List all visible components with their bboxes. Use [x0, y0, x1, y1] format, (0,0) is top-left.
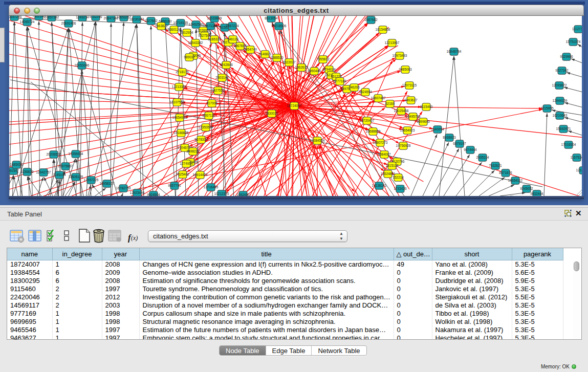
svg-text:8678334: 8678334 — [194, 138, 208, 141]
svg-text:8813054: 8813054 — [265, 16, 278, 20]
svg-text:1815112: 1815112 — [386, 164, 399, 167]
svg-text:6879197: 6879197 — [453, 142, 466, 145]
svg-text:19654983: 19654983 — [172, 116, 187, 119]
svg-text:3498222: 3498222 — [186, 149, 200, 153]
svg-text:20206516: 20206516 — [47, 152, 61, 156]
svg-text:14055724: 14055724 — [20, 20, 35, 24]
svg-text:10212375: 10212375 — [214, 192, 229, 195]
svg-text:9657791: 9657791 — [168, 184, 181, 187]
svg-text:20657382: 20657382 — [45, 16, 59, 19]
svg-text:12093872: 12093872 — [552, 83, 567, 87]
svg-text:12973115: 12973115 — [402, 83, 417, 87]
svg-text:9832444: 9832444 — [530, 192, 543, 195]
svg-text:9115460: 9115460 — [420, 105, 433, 108]
svg-text:12213967: 12213967 — [385, 41, 400, 45]
svg-text:1145194: 1145194 — [53, 173, 66, 177]
svg-text:7632621: 7632621 — [489, 164, 502, 167]
svg-text:9474444: 9474444 — [464, 148, 477, 151]
svg-text:1112733: 1112733 — [572, 27, 582, 31]
svg-text:20691406: 20691406 — [61, 21, 76, 25]
svg-text:12213369: 12213369 — [172, 85, 187, 89]
svg-text:7625402: 7625402 — [176, 172, 189, 176]
svg-text:1249234: 1249234 — [76, 16, 89, 19]
svg-text:746206: 746206 — [349, 85, 360, 89]
svg-text:15692971: 15692971 — [556, 127, 571, 130]
svg-text:1640954: 1640954 — [431, 127, 444, 131]
svg-text:9245052: 9245052 — [520, 187, 533, 190]
svg-text:8322037: 8322037 — [282, 60, 296, 64]
svg-text:10719135: 10719135 — [173, 21, 188, 25]
svg-text:17016504: 17016504 — [561, 143, 576, 146]
svg-text:10973493: 10973493 — [393, 54, 407, 57]
svg-text:8186328: 8186328 — [208, 37, 221, 41]
svg-text:8990448: 8990448 — [308, 69, 321, 73]
svg-text:6899695: 6899695 — [417, 120, 430, 123]
svg-text:152214: 152214 — [393, 176, 404, 179]
svg-text:2718176: 2718176 — [176, 70, 189, 74]
svg-text:13226058: 13226058 — [196, 29, 211, 32]
svg-text:12160392: 12160392 — [576, 168, 582, 172]
svg-text:917006: 917006 — [206, 101, 217, 105]
svg-text:9146821: 9146821 — [258, 52, 272, 56]
svg-text:17359934: 17359934 — [69, 152, 83, 156]
svg-text:8267110: 8267110 — [203, 114, 215, 117]
svg-text:8912954: 8912954 — [180, 31, 193, 34]
svg-text:16782759: 16782759 — [116, 186, 131, 190]
svg-text:18724007: 18724007 — [287, 104, 302, 107]
svg-text:16648784: 16648784 — [447, 50, 462, 53]
svg-text:13716485: 13716485 — [204, 185, 219, 189]
svg-text:9227342: 9227342 — [555, 69, 569, 72]
svg-text:9152246: 9152246 — [89, 16, 102, 18]
svg-text:12923446: 12923446 — [130, 191, 145, 194]
svg-text:9242848: 9242848 — [220, 63, 233, 67]
svg-text:2867608: 2867608 — [233, 44, 247, 48]
svg-text:10025458: 10025458 — [394, 109, 409, 113]
svg-text:12505135: 12505135 — [69, 175, 83, 179]
svg-text:1167534: 1167534 — [571, 156, 582, 159]
svg-text:(x): (x) — [131, 234, 138, 242]
svg-text:12942757: 12942757 — [36, 170, 51, 174]
svg-text:1485051: 1485051 — [10, 163, 23, 166]
svg-text:16154808: 16154808 — [376, 28, 390, 31]
svg-text:7562346: 7562346 — [32, 16, 46, 18]
svg-text:9084067: 9084067 — [378, 152, 391, 156]
svg-text:7485063: 7485063 — [399, 68, 412, 71]
svg-text:2830021: 2830021 — [265, 112, 278, 115]
svg-text:62160: 62160 — [385, 102, 395, 105]
svg-text:546123: 546123 — [227, 37, 238, 41]
svg-text:10958107: 10958107 — [100, 182, 115, 185]
svg-text:10807487: 10807487 — [371, 96, 386, 100]
svg-text:12462540: 12462540 — [189, 23, 204, 26]
svg-text:9427552: 9427552 — [211, 89, 225, 92]
svg-text:16033809: 16033809 — [207, 16, 222, 20]
svg-text:20053346: 20053346 — [75, 63, 90, 67]
svg-text:16914479: 16914479 — [193, 173, 208, 177]
svg-text:18230343: 18230343 — [129, 17, 144, 21]
svg-text:989037: 989037 — [184, 55, 195, 59]
svg-text:7955812: 7955812 — [316, 57, 330, 61]
svg-text:14136141: 14136141 — [372, 184, 387, 187]
svg-text:16107553: 16107553 — [170, 100, 185, 104]
svg-text:2935114: 2935114 — [476, 156, 489, 159]
svg-text:1588520: 1588520 — [270, 56, 284, 59]
svg-text:19218506: 19218506 — [272, 24, 287, 28]
svg-text:8471676: 8471676 — [499, 171, 512, 174]
svg-text:15720407: 15720407 — [360, 119, 375, 122]
svg-text:3824554: 3824554 — [359, 90, 372, 94]
svg-text:20557246: 20557246 — [9, 16, 22, 18]
svg-text:1274954: 1274954 — [180, 162, 193, 165]
svg-text:20975867: 20975867 — [58, 164, 73, 168]
svg-text:8660124: 8660124 — [167, 28, 181, 31]
svg-text:10688609: 10688609 — [366, 129, 381, 133]
svg-text:13524851: 13524851 — [381, 172, 396, 176]
svg-text:16543382: 16543382 — [188, 41, 203, 45]
svg-text:10654112: 10654112 — [508, 179, 523, 182]
svg-text:9777169: 9777169 — [333, 79, 346, 83]
svg-text:2087682: 2087682 — [364, 18, 378, 21]
svg-text:9327500: 9327500 — [198, 34, 211, 37]
svg-text:19384554: 19384554 — [310, 139, 325, 142]
svg-text:8454749: 8454749 — [244, 48, 257, 51]
svg-text:7857224: 7857224 — [226, 24, 239, 28]
svg-text:1527602: 1527602 — [144, 19, 158, 23]
svg-text:2803144: 2803144 — [215, 76, 229, 79]
